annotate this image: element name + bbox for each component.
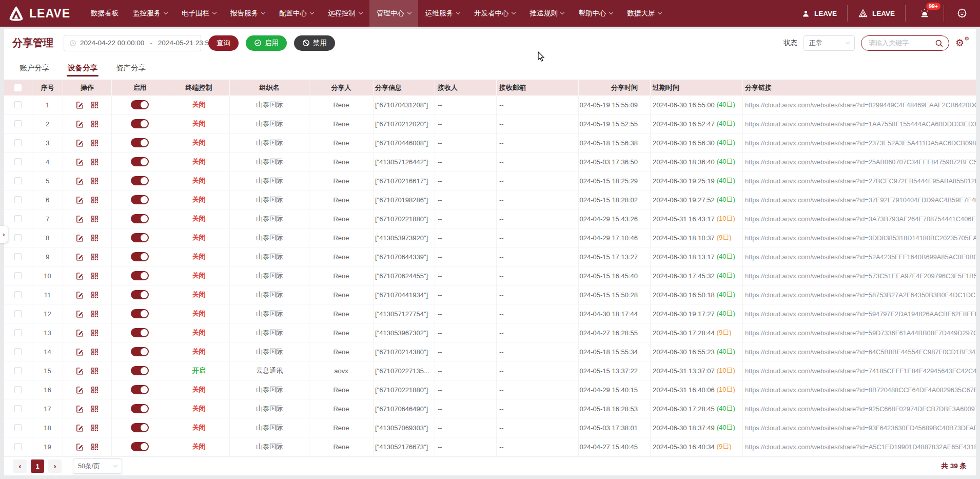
row-checkbox[interactable] <box>14 253 22 260</box>
row-checkbox[interactable] <box>14 348 22 355</box>
share-link[interactable]: https://cloud.aovx.com/websites/share?id… <box>745 139 976 147</box>
edit-icon[interactable] <box>75 215 84 223</box>
enable-toggle-on[interactable] <box>131 290 149 299</box>
row-checkbox[interactable] <box>14 196 22 203</box>
share-link[interactable]: https://cloud.aovx.com/websites/share?id… <box>745 310 976 318</box>
nav-item-数据大屏[interactable]: 数据大屏 <box>620 0 669 27</box>
row-checkbox[interactable] <box>14 158 22 165</box>
enable-toggle-on[interactable] <box>131 195 149 204</box>
qr-code-icon[interactable] <box>90 291 99 299</box>
notifications-button[interactable]: 99+ <box>906 0 944 27</box>
enable-toggle-on[interactable] <box>131 423 149 432</box>
enable-toggle-on[interactable] <box>131 119 149 128</box>
share-link[interactable]: https://cloud.aovx.com/websites/share?id… <box>745 348 976 356</box>
enable-toggle-on[interactable] <box>131 309 149 318</box>
enable-toggle-on[interactable] <box>131 176 149 185</box>
enable-toggle-on[interactable] <box>131 347 149 356</box>
share-link[interactable]: https://cloud.aovx.com/websites/share?id… <box>745 215 976 223</box>
share-link[interactable]: https://cloud.aovx.com/websites/share?id… <box>745 291 976 299</box>
edit-icon[interactable] <box>75 101 84 109</box>
row-checkbox[interactable] <box>14 291 22 298</box>
qr-code-icon[interactable] <box>90 158 99 166</box>
qr-code-icon[interactable] <box>90 443 99 451</box>
enable-toggle-on[interactable] <box>131 442 149 451</box>
share-link[interactable]: https://cloud.aovx.com/websites/share?id… <box>745 367 976 375</box>
nav-item-运维服务[interactable]: 运维服务 <box>418 0 467 27</box>
share-link[interactable]: https://cloud.aovx.com/websites/share?id… <box>745 234 976 242</box>
edit-icon[interactable] <box>75 405 84 413</box>
enable-toggle-on[interactable] <box>131 404 149 413</box>
row-checkbox[interactable] <box>14 367 22 374</box>
row-checkbox[interactable] <box>14 310 22 317</box>
nav-item-电子围栏[interactable]: 电子围栏 <box>174 0 223 27</box>
user-menu[interactable]: LEAVE <box>791 0 847 27</box>
edit-icon[interactable] <box>75 348 84 356</box>
nav-item-远程控制[interactable]: 远程控制 <box>321 0 369 27</box>
row-checkbox[interactable] <box>14 234 22 241</box>
sidebar-expander[interactable]: › <box>0 226 8 243</box>
select-all-checkbox[interactable] <box>14 84 22 91</box>
qr-code-icon[interactable] <box>90 234 99 242</box>
qr-code-icon[interactable] <box>90 177 99 185</box>
qr-code-icon[interactable] <box>90 367 99 375</box>
qr-code-icon[interactable] <box>90 196 99 204</box>
edit-icon[interactable] <box>75 443 84 451</box>
qr-code-icon[interactable] <box>90 424 99 432</box>
share-link[interactable]: https://cloud.aovx.com/websites/share?id… <box>745 120 976 128</box>
share-link[interactable]: https://cloud.aovx.com/websites/share?id… <box>745 424 976 432</box>
share-link[interactable]: https://cloud.aovx.com/websites/share?id… <box>745 386 976 394</box>
edit-icon[interactable] <box>75 253 84 261</box>
enable-toggle-on[interactable] <box>131 328 149 337</box>
qr-code-icon[interactable] <box>90 386 99 394</box>
tab-设备分享[interactable]: 设备分享 <box>68 56 97 80</box>
search-icon[interactable] <box>934 39 944 48</box>
share-link[interactable]: https://cloud.aovx.com/websites/share?id… <box>745 272 976 280</box>
org-menu[interactable]: LEAVE <box>848 0 905 27</box>
tab-资产分享[interactable]: 资产分享 <box>116 56 146 80</box>
nav-item-推送规则[interactable]: 推送规则 <box>522 0 571 27</box>
enable-toggle-on[interactable] <box>131 271 149 280</box>
enable-toggle-on[interactable] <box>131 366 149 375</box>
edit-icon[interactable] <box>75 386 84 394</box>
share-link[interactable]: https://cloud.aovx.com/websites/share?id… <box>745 329 976 337</box>
share-link[interactable]: https://cloud.aovx.com/websites/share?id… <box>745 158 976 166</box>
row-checkbox[interactable] <box>14 386 22 393</box>
share-link[interactable]: https://cloud.aovx.com/websites/share?id… <box>745 101 976 109</box>
nav-item-开发者中心[interactable]: 开发者中心 <box>467 0 523 27</box>
feedback-button[interactable] <box>944 0 980 27</box>
qr-code-icon[interactable] <box>90 329 99 337</box>
enable-toggle-on[interactable] <box>131 157 149 166</box>
row-checkbox[interactable] <box>14 139 22 146</box>
qr-code-icon[interactable] <box>90 253 99 261</box>
qr-code-icon[interactable] <box>90 215 99 223</box>
qr-code-icon[interactable] <box>90 101 99 109</box>
tab-账户分享[interactable]: 账户分享 <box>19 56 49 80</box>
nav-item-管理中心[interactable]: 管理中心 <box>369 0 418 27</box>
qr-code-icon[interactable] <box>90 310 99 318</box>
edit-icon[interactable] <box>75 158 84 166</box>
row-checkbox[interactable] <box>14 101 22 108</box>
nav-item-报告服务[interactable]: 报告服务 <box>223 0 272 27</box>
nav-item-配置中心[interactable]: 配置中心 <box>272 0 321 27</box>
row-checkbox[interactable] <box>14 272 22 279</box>
edit-icon[interactable] <box>75 139 84 147</box>
qr-code-icon[interactable] <box>90 139 99 147</box>
row-checkbox[interactable] <box>14 443 22 450</box>
qr-code-icon[interactable] <box>90 405 99 413</box>
share-link[interactable]: https://cloud.aovx.com/websites/share?id… <box>745 253 976 261</box>
edit-icon[interactable] <box>75 367 84 375</box>
prev-page-button[interactable]: ‹ <box>13 459 27 473</box>
row-checkbox[interactable] <box>14 215 22 222</box>
qr-code-icon[interactable] <box>90 348 99 356</box>
edit-icon[interactable] <box>75 177 84 185</box>
enable-toggle-on[interactable] <box>131 100 149 109</box>
edit-icon[interactable] <box>75 291 84 299</box>
next-page-button[interactable]: › <box>48 459 62 473</box>
share-link[interactable]: https://cloud.aovx.com/websites/share?id… <box>745 196 976 204</box>
edit-icon[interactable] <box>75 329 84 337</box>
edit-icon[interactable] <box>75 234 84 242</box>
share-link[interactable]: https://cloud.aovx.com/websites/share?id… <box>745 443 976 451</box>
row-checkbox[interactable] <box>14 120 22 127</box>
page-number-1[interactable]: 1 <box>31 459 44 473</box>
share-link[interactable]: https://cloud.aovx.com/websites/share?id… <box>745 405 976 413</box>
